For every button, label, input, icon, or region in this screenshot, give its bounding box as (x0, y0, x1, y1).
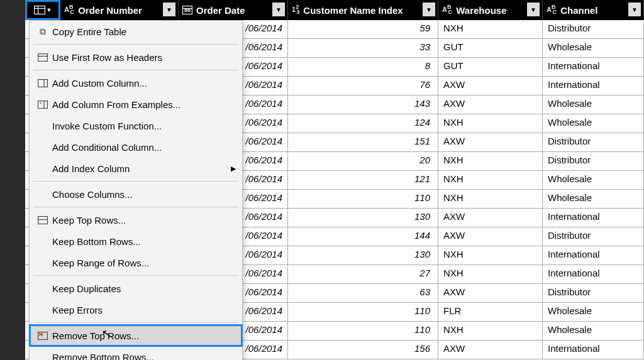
column-header-order-number[interactable]: ABC Order Number ▼ (60, 0, 179, 20)
cell-warehouse: AXW (438, 209, 543, 227)
cell-customer-index: 76 (288, 77, 438, 95)
cell-warehouse: AXW (438, 133, 543, 152)
table-menu-button[interactable]: ▼ (25, 0, 60, 20)
cell-channel: Wholesale (543, 322, 644, 341)
menu-separator (33, 70, 238, 70)
cell-customer-index: 144 (288, 227, 438, 246)
cell-channel: Wholesale (543, 39, 644, 58)
cell-warehouse: NXH (438, 265, 543, 284)
cell-warehouse: AXW (438, 341, 543, 359)
cell-channel: International (543, 265, 644, 284)
menu-remove-top-rows[interactable]: Remove Top Rows... (30, 325, 242, 346)
column-examples-icon: ★ (33, 101, 52, 109)
text-type-icon: ABC (64, 4, 74, 15)
svg-rect-0 (34, 6, 45, 14)
menu-copy-entire-table[interactable]: ⧉ Copy Entire Table (30, 21, 242, 42)
cell-warehouse: GUT (438, 58, 543, 77)
svg-rect-15 (38, 216, 48, 219)
cell-customer-index: 156 (288, 341, 438, 359)
cell-customer-index: 8 (288, 58, 438, 77)
column-header-channel[interactable]: ABC Channel ▼ (543, 0, 644, 20)
menu-keep-duplicates[interactable]: Keep Duplicates (30, 278, 242, 299)
menu-keep-bottom-rows[interactable]: Keep Bottom Rows... (30, 231, 242, 252)
menu-add-index-column[interactable]: Add Index Column ▶ (30, 158, 242, 179)
date-type-icon (182, 6, 192, 14)
remove-rows-icon (33, 332, 52, 340)
column-header-order-date[interactable]: Order Date ▼ (179, 0, 288, 20)
number-type-icon: 123 (292, 4, 299, 15)
svg-rect-4 (183, 6, 192, 9)
menu-keep-top-rows[interactable]: Keep Top Rows... (30, 209, 242, 231)
svg-text:★: ★ (39, 101, 42, 105)
custom-column-icon (33, 79, 52, 87)
svg-rect-14 (38, 216, 48, 224)
svg-rect-5 (185, 9, 187, 11)
cell-customer-index: 33 (288, 39, 438, 58)
cell-warehouse: AXW (438, 227, 543, 246)
column-header-warehouse[interactable]: ABC Warehouse ▼ (438, 0, 543, 20)
filter-dropdown-icon[interactable]: ▼ (527, 3, 540, 16)
cell-channel: Wholesale (543, 190, 644, 209)
column-label: Order Number (78, 5, 142, 16)
cell-warehouse: NXH (438, 114, 543, 133)
svg-rect-3 (183, 6, 192, 14)
cell-customer-index: 27 (288, 265, 438, 284)
filter-dropdown-icon[interactable]: ▼ (163, 3, 175, 16)
cell-warehouse: AXW (438, 284, 543, 303)
cell-channel: Wholesale (543, 95, 644, 114)
cell-warehouse: NXH (438, 20, 543, 39)
cell-warehouse: NXH (438, 171, 543, 190)
cell-channel: International (543, 209, 644, 227)
cell-warehouse: GUT (438, 39, 543, 58)
submenu-arrow-icon: ▶ (231, 165, 236, 173)
cell-customer-index: 110 (288, 322, 438, 341)
cell-customer-index: 63 (288, 284, 438, 303)
svg-rect-9 (38, 79, 48, 87)
column-label: Order Date (196, 5, 245, 16)
cell-warehouse: NXH (438, 152, 543, 171)
menu-separator (33, 275, 238, 276)
svg-rect-7 (38, 53, 48, 61)
filter-dropdown-icon[interactable]: ▼ (272, 3, 285, 16)
filter-dropdown-icon[interactable]: ▼ (423, 3, 435, 16)
column-header-row: ▼ ABC Order Number ▼ Order Date ▼ 123 Cu… (25, 0, 644, 20)
menu-add-conditional-column[interactable]: Add Conditional Column... (30, 136, 242, 158)
chevron-down-icon: ▼ (47, 7, 52, 13)
svg-rect-6 (188, 9, 190, 11)
svg-rect-10 (44, 79, 48, 87)
cell-channel: Distributor (543, 284, 644, 303)
cell-customer-index: 20 (288, 152, 438, 171)
cell-channel: International (543, 77, 644, 95)
menu-invoke-custom-function[interactable]: Invoke Custom Function... (30, 115, 242, 136)
svg-rect-8 (38, 53, 48, 56)
menu-use-first-row-headers[interactable]: Use First Row as Headers (30, 46, 242, 68)
copy-icon: ⧉ (33, 26, 52, 37)
cell-warehouse: AXW (438, 77, 543, 95)
cell-customer-index: 124 (288, 114, 438, 133)
cell-channel: International (543, 58, 644, 77)
table-context-menu: ⧉ Copy Entire Table Use First Row as Hea… (29, 20, 243, 360)
menu-choose-columns[interactable]: Choose Columns... (30, 183, 242, 205)
cell-customer-index: 121 (288, 171, 438, 190)
column-header-customer-index[interactable]: 123 Customer Name Index ▼ (288, 0, 438, 20)
menu-separator (33, 44, 238, 45)
cell-customer-index: 130 (288, 209, 438, 227)
table-icon (34, 6, 45, 14)
cell-warehouse: NXH (438, 190, 543, 209)
cell-customer-index: 110 (288, 303, 438, 322)
menu-remove-bottom-rows[interactable]: Remove Bottom Rows... (30, 346, 242, 360)
cell-warehouse: FLR (438, 303, 543, 322)
cell-channel: Distributor (543, 20, 644, 39)
menu-add-custom-column[interactable]: Add Custom Column... (30, 72, 242, 94)
menu-keep-range-rows[interactable]: Keep Range of Rows... (30, 252, 242, 273)
cell-channel: Distributor (543, 227, 644, 246)
keep-rows-icon (33, 216, 52, 224)
cell-customer-index: 143 (288, 95, 438, 114)
svg-rect-12 (44, 101, 48, 108)
menu-keep-errors[interactable]: Keep Errors (30, 299, 242, 320)
filter-dropdown-icon[interactable]: ▼ (628, 3, 641, 16)
cell-warehouse: NXH (438, 246, 543, 265)
cell-customer-index: 151 (288, 133, 438, 152)
cell-warehouse: NXH (438, 322, 543, 341)
menu-add-column-from-examples[interactable]: ★ Add Column From Examples... (30, 94, 242, 115)
